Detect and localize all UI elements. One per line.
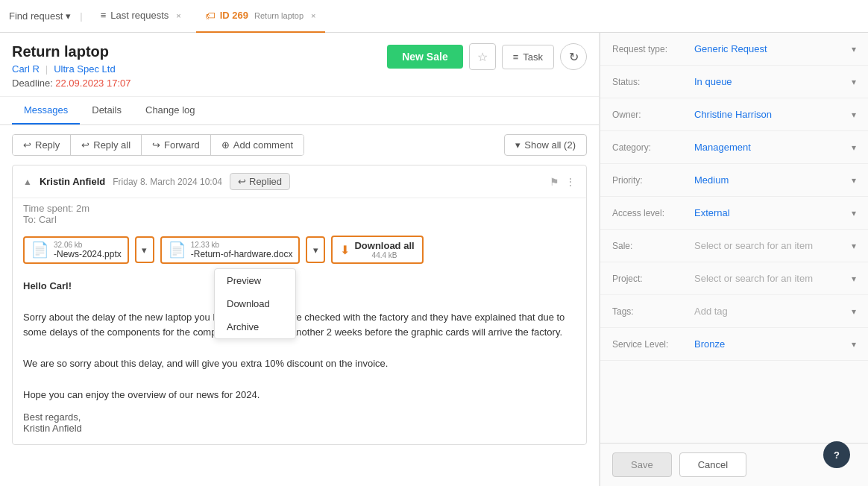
category-chevron-icon[interactable]: ▾ [852,142,856,153]
service-level-value[interactable]: Bronze [694,338,852,350]
tab-change-log[interactable]: Change log [133,97,207,124]
tab-messages[interactable]: Messages [12,97,80,124]
field-request-type: Request type: Generic Request ▾ [600,33,868,66]
current-tab[interactable]: 🏷 ID 269 Return laptop × [196,0,325,33]
attachment-2[interactable]: 📄 12.33 kb -Return-of-hardware.docx [160,236,301,264]
download-all-button[interactable]: ⬇ Download all 44.4 kB [331,236,423,264]
field-sale: Sale: Select or search for an item ▾ [600,230,868,262]
top-bar: Find request ▾ | ≡ Last requests × 🏷 ID … [0,0,868,33]
author-name[interactable]: Carl R [12,63,40,75]
dropdown-menu: Preview Download Archive [214,268,296,339]
task-button[interactable]: ≡ Task [502,45,554,69]
new-sale-button[interactable]: New Sale [387,45,462,69]
action-bar: ↩ Reply ↩ Reply all ↪ Forward ⊕ Add comm… [12,134,587,156]
action-bar-left: ↩ Reply ↩ Reply all ↪ Forward ⊕ Add comm… [12,134,304,156]
service-level-label: Service Level: [612,339,694,350]
reply-button[interactable]: ↩ Reply [13,135,71,155]
flag-button[interactable]: ⚑ [550,176,559,188]
attachment-2-size: 12.33 kb [191,241,293,249]
save-button[interactable]: Save [612,452,672,477]
forward-button[interactable]: ↪ Forward [142,135,211,155]
access-level-chevron-icon[interactable]: ▾ [852,208,856,218]
collapse-button[interactable]: ▲ [23,177,32,187]
priority-chevron-icon[interactable]: ▾ [852,175,856,186]
sale-chevron-icon[interactable]: ▾ [852,241,856,251]
find-request-chevron-icon: ▾ [66,10,71,22]
message-meta: Time spent: 2m To: Carl [13,198,586,230]
dropdown-download[interactable]: Download [215,292,295,315]
show-all-button[interactable]: ▾ Show all (2) [504,134,587,156]
find-request-btn[interactable]: Find request ▾ [9,10,71,22]
category-value[interactable]: Management [694,142,852,153]
request-type-value[interactable]: Generic Request [694,43,852,54]
owner-chevron-icon[interactable]: ▾ [852,110,856,120]
message-header-left: ▲ Kristin Anfield Friday 8. March 2024 1… [23,173,290,190]
attachment-1-size: 32.06 kb [54,241,122,249]
status-label: Status: [612,77,694,87]
priority-value[interactable]: Medium [694,174,852,186]
deadline-label: Deadline: [12,78,53,89]
add-comment-button[interactable]: ⊕ Add comment [211,135,304,155]
page-title: Return laptop [12,43,131,60]
dropdown-preview[interactable]: Preview [215,269,295,292]
cancel-button[interactable]: Cancel [679,452,746,477]
field-status: Status: In queue ▾ [600,66,868,98]
field-tags: Tags: Add tag ▾ [600,295,868,328]
attachment-1[interactable]: 📄 32.06 kb -News-2024.pptx [23,236,129,264]
sale-value[interactable]: Select or search for an item [694,240,852,251]
help-button[interactable]: ? [823,441,850,468]
deadline: Deadline: 22.09.2023 17:07 [12,78,131,89]
company-name[interactable]: Ultra Spec Ltd [54,63,115,75]
tags-chevron-icon[interactable]: ▾ [852,306,856,317]
tags-value[interactable]: Add tag [694,306,852,317]
reply-label: Reply [35,139,60,151]
main-container: Return laptop Carl R | Ultra Spec Ltd De… [0,33,868,486]
comment-icon: ⊕ [221,139,230,151]
header: Return laptop Carl R | Ultra Spec Ltd De… [0,33,599,97]
attachment-2-name: -Return-of-hardware.docx [191,249,293,259]
dropdown-archive[interactable]: Archive [215,315,295,338]
docx-icon: 📄 [168,241,186,259]
replied-label: Replied [249,176,282,187]
current-tab-close-icon[interactable]: × [311,11,315,20]
service-level-chevron-icon[interactable]: ▾ [852,339,856,350]
owner-value[interactable]: Christine Harrison [694,109,852,120]
divider: | [80,10,82,22]
attachment-2-info: 12.33 kb -Return-of-hardware.docx [191,241,293,259]
reply-all-button[interactable]: ↩ Reply all [71,135,142,155]
list-icon: ≡ [513,51,519,63]
message-body: Hello Carl! Sorry about the delay of the… [13,270,586,411]
tab-id: ID 269 [220,10,248,21]
show-all-label: Show all (2) [524,139,576,151]
body-paragraph-3: Hope you can enjoy the overview of our n… [23,388,576,403]
tab-details[interactable]: Details [80,97,133,124]
time-spent: Time spent: 2m [23,203,576,214]
attachment-2-dropdown[interactable]: ▾ [306,236,325,263]
pptx-icon: 📄 [31,241,49,259]
last-requests-tab[interactable]: ≡ Last requests × [92,0,190,33]
star-button[interactable]: ☆ [469,43,496,70]
tab-change-log-label: Change log [145,104,195,116]
refresh-button[interactable]: ↻ [560,43,587,70]
project-label: Project: [612,274,694,284]
project-chevron-icon[interactable]: ▾ [852,274,856,284]
category-label: Category: [612,142,694,153]
signature-line-2: Kristin Anfield [23,423,576,434]
more-options-button[interactable]: ⋮ [565,176,576,188]
project-value[interactable]: Select or search for an item [694,273,852,284]
access-level-value[interactable]: External [694,207,852,218]
message-date: Friday 8. March 2024 10:04 [113,177,222,187]
header-meta: Carl R | Ultra Spec Ltd [12,63,131,75]
header-actions: New Sale ☆ ≡ Task ↻ [387,43,587,70]
attachment-1-dropdown[interactable]: ▾ [135,236,154,263]
download-all-info: Download all 44.4 kB [354,240,414,259]
status-chevron-icon[interactable]: ▾ [852,77,856,87]
tab-subtitle: Return laptop [254,11,304,20]
help-icon: ? [834,449,840,461]
replied-icon: ↩ [238,176,246,187]
last-requests-close-icon[interactable]: × [176,11,180,20]
status-value[interactable]: In queue [694,76,852,87]
forward-label: Forward [164,139,200,151]
chevron-down-icon: ▾ [515,139,521,151]
request-type-chevron-icon[interactable]: ▾ [852,44,856,54]
